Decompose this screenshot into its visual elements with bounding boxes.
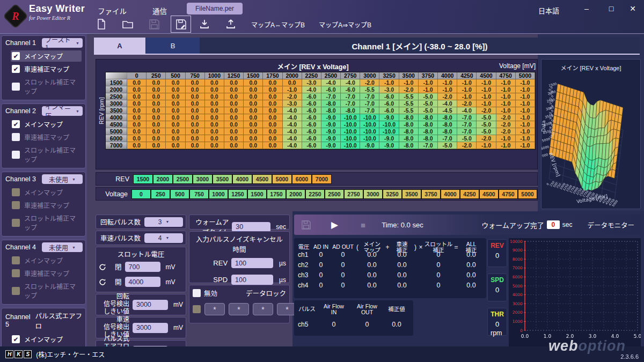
map-cell[interactable]: -8.0 <box>438 121 457 128</box>
map-cell[interactable]: -10.0 <box>341 142 360 149</box>
channel5-main-map-checkbox[interactable]: ✔ <box>12 335 20 343</box>
map-cell[interactable]: -5.0 <box>477 121 496 128</box>
map-cell[interactable]: -7.0 <box>341 100 360 107</box>
map-cell[interactable]: -1.0 <box>419 86 438 93</box>
refresh-icon[interactable] <box>99 263 106 271</box>
map-cell[interactable]: 0.0 <box>205 142 224 149</box>
map-cell[interactable]: 0.0 <box>166 93 185 100</box>
map-cell[interactable]: -6.0 <box>302 114 321 121</box>
map-cell[interactable]: 0.0 <box>147 121 166 128</box>
map-cell[interactable]: -1.0 <box>477 142 496 149</box>
map-cell[interactable]: -1.0 <box>438 79 457 86</box>
voltage-scale-cell[interactable]: 3250 <box>383 189 402 199</box>
map-cell[interactable]: -6.0 <box>379 100 399 107</box>
map-cell[interactable]: -2.0 <box>399 86 419 93</box>
map-cell[interactable]: -7.0 <box>438 135 457 142</box>
map-cell[interactable]: -7.0 <box>457 128 477 135</box>
map-cell[interactable]: -10.0 <box>379 128 399 135</box>
map-cell[interactable]: -5.0 <box>438 142 457 149</box>
rev-scale-cell[interactable]: 7000 <box>312 174 332 184</box>
disable-checkbox[interactable] <box>193 289 201 297</box>
refresh-icon[interactable] <box>99 278 106 286</box>
voltage-scale-cell[interactable]: 0 <box>131 189 151 199</box>
map-cell[interactable]: 0.0 <box>127 121 147 128</box>
map-cell[interactable]: 0.0 <box>244 107 263 114</box>
map-cell[interactable]: 0.0 <box>166 79 185 86</box>
map-cell[interactable]: -10.0 <box>341 114 360 121</box>
map-cell[interactable]: -9.0 <box>379 114 399 121</box>
map-cell[interactable]: -1.0 <box>457 79 477 86</box>
map-cell[interactable]: -3.0 <box>379 86 399 93</box>
map-cell[interactable]: 0.0 <box>166 86 185 93</box>
map-cell[interactable]: -1.0 <box>516 79 535 86</box>
map-cell[interactable]: 0.0 <box>147 114 166 121</box>
map-cell[interactable]: 0.0 <box>166 135 185 142</box>
voltage-scale-cell[interactable]: 2750 <box>344 189 363 199</box>
map-cell[interactable]: 0.0 <box>224 121 244 128</box>
channel-mode-dropdown[interactable]: ブースト1▼ <box>42 38 83 48</box>
map-cell[interactable]: 0.0 <box>283 79 302 86</box>
map-cell[interactable]: -8.0 <box>399 121 419 128</box>
map-cell[interactable]: -7.0 <box>321 93 341 100</box>
map-cell[interactable]: 0.0 <box>263 114 282 121</box>
rev-threshold-input[interactable]: 3000 <box>133 300 168 310</box>
map-cell[interactable]: -6.0 <box>379 107 399 114</box>
menu-item-通信[interactable]: 通信 <box>149 4 170 17</box>
map-cell[interactable]: 0.0 <box>244 86 263 93</box>
rev-scale-cell[interactable]: 2000 <box>153 174 173 184</box>
map-cell[interactable]: 0.0 <box>205 93 224 100</box>
map-cell[interactable]: 0.0 <box>166 121 185 128</box>
map-cell[interactable]: 0.0 <box>166 142 185 149</box>
map-cell[interactable]: 0.0 <box>205 114 224 121</box>
map-cell[interactable]: -4.0 <box>457 107 477 114</box>
warmup-time-input[interactable]: 30 <box>232 222 270 232</box>
map-cell[interactable]: -4.0 <box>283 107 302 114</box>
map-cell[interactable]: 0.0 <box>244 142 263 149</box>
map-cell[interactable]: -4.0 <box>438 100 457 107</box>
map-cell[interactable]: -7.0 <box>457 121 477 128</box>
map-cell[interactable]: 0.0 <box>127 142 147 149</box>
throttle-open-input[interactable]: 4000 <box>125 277 160 287</box>
map-cell[interactable]: -8.0 <box>399 128 419 135</box>
channel-mode-dropdown[interactable]: インマニ圧▼ <box>42 106 83 116</box>
rev-scale-cell[interactable]: 1500 <box>133 174 153 184</box>
map-cell[interactable]: -1.0 <box>477 79 496 86</box>
map-cell[interactable]: 0.0 <box>205 121 224 128</box>
map-cell[interactable]: -10.0 <box>379 121 399 128</box>
map-cell[interactable]: -1.0 <box>496 79 516 86</box>
map-cell[interactable]: 0.0 <box>166 128 185 135</box>
map-cell[interactable]: 0.0 <box>244 93 263 100</box>
voltage-scale-cell[interactable]: 1750 <box>267 189 286 199</box>
map-cell[interactable]: -5.0 <box>419 93 438 100</box>
map-cell[interactable]: 0.0 <box>263 107 282 114</box>
map-cell[interactable]: -7.0 <box>360 93 379 100</box>
map-cell[interactable]: 0.0 <box>224 79 244 86</box>
map-cell[interactable]: -6.0 <box>379 93 399 100</box>
channel-mode-dropdown[interactable]: 未使用▼ <box>42 242 83 252</box>
open-folder-icon[interactable] <box>122 18 134 30</box>
map-cell[interactable]: 0.0 <box>127 114 147 121</box>
map-cell[interactable]: -10.0 <box>341 135 360 142</box>
rev-scale-cell[interactable]: 6000 <box>292 174 312 184</box>
map-cell[interactable]: 0.0 <box>263 121 282 128</box>
map-cell[interactable]: -1.0 <box>496 86 516 93</box>
map-cell[interactable]: 0.0 <box>244 114 263 121</box>
upload-icon[interactable] <box>225 18 237 30</box>
map-cell[interactable]: -8.0 <box>321 107 341 114</box>
rev-scale-cell[interactable]: 4500 <box>252 174 272 184</box>
maximize-button[interactable]: □ <box>603 4 619 13</box>
map-cell[interactable]: 0.0 <box>166 107 185 114</box>
map-cell[interactable]: -1.0 <box>516 142 535 149</box>
map-cell[interactable]: 0.0 <box>186 128 205 135</box>
map-cell[interactable]: 0.0 <box>147 107 166 114</box>
map-cell[interactable]: -5.5 <box>399 100 419 107</box>
map-cell[interactable]: -2.0 <box>360 79 379 86</box>
rev-scale-cell[interactable]: 3000 <box>193 174 213 184</box>
voltage-scale-cell[interactable]: 500 <box>170 189 189 199</box>
map-cell[interactable]: -6.0 <box>321 86 341 93</box>
voltage-scale-cell[interactable]: 4000 <box>441 189 460 199</box>
map-cell[interactable]: -1.0 <box>516 86 535 93</box>
map-cell[interactable]: 0.0 <box>224 114 244 121</box>
map-cell[interactable]: 0.0 <box>147 128 166 135</box>
map-cell[interactable]: -3.0 <box>302 79 321 86</box>
